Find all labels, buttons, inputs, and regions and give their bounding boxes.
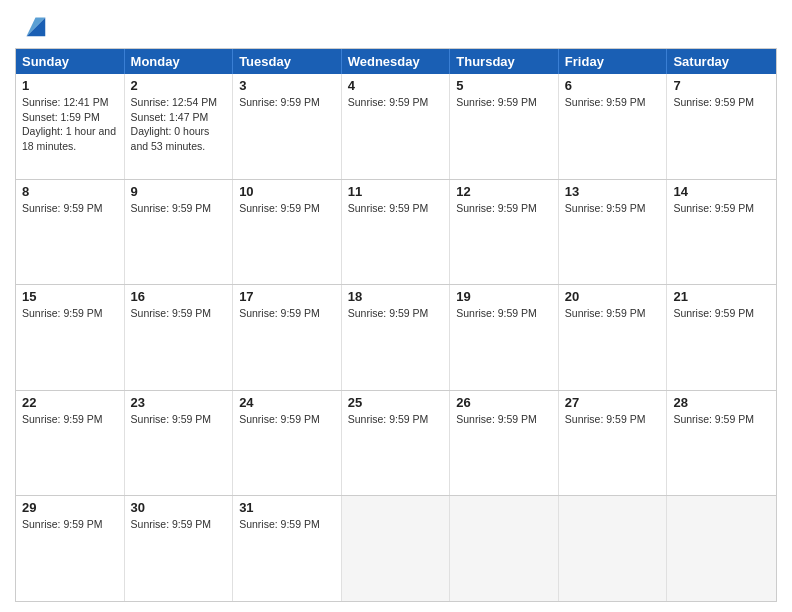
day-info: Sunrise: 9:59 PM (348, 412, 444, 427)
day-number: 2 (131, 78, 227, 93)
page: SundayMondayTuesdayWednesdayThursdayFrid… (0, 0, 792, 612)
logo-icon (19, 10, 49, 40)
day-number: 21 (673, 289, 770, 304)
calendar-day: 22Sunrise: 9:59 PM (16, 391, 125, 496)
calendar-header-cell: Monday (125, 49, 234, 74)
day-info: Sunrise: 9:59 PM (131, 517, 227, 532)
day-info: Sunrise: 9:59 PM (131, 412, 227, 427)
day-info: Sunrise: 9:59 PM (673, 412, 770, 427)
calendar-day: 14Sunrise: 9:59 PM (667, 180, 776, 285)
day-number: 4 (348, 78, 444, 93)
day-number: 9 (131, 184, 227, 199)
calendar: SundayMondayTuesdayWednesdayThursdayFrid… (15, 48, 777, 602)
calendar-header-row: SundayMondayTuesdayWednesdayThursdayFrid… (16, 49, 776, 74)
calendar-day: 26Sunrise: 9:59 PM (450, 391, 559, 496)
day-number: 26 (456, 395, 552, 410)
calendar-day: 7Sunrise: 9:59 PM (667, 74, 776, 179)
day-number: 25 (348, 395, 444, 410)
calendar-header-cell: Saturday (667, 49, 776, 74)
day-number: 14 (673, 184, 770, 199)
day-info: Sunrise: 9:59 PM (456, 201, 552, 216)
day-info: Sunrise: 9:59 PM (673, 201, 770, 216)
day-info: Sunrise: 9:59 PM (22, 517, 118, 532)
day-number: 13 (565, 184, 661, 199)
calendar-week: 22Sunrise: 9:59 PM23Sunrise: 9:59 PM24Su… (16, 390, 776, 496)
calendar-day: 16Sunrise: 9:59 PM (125, 285, 234, 390)
day-number: 18 (348, 289, 444, 304)
day-info: Sunrise: 9:59 PM (131, 306, 227, 321)
day-info: Sunrise: 9:59 PM (456, 412, 552, 427)
day-number: 7 (673, 78, 770, 93)
calendar-week: 1Sunrise: 12:41 PM Sunset: 1:59 PM Dayli… (16, 74, 776, 179)
calendar-day (342, 496, 451, 601)
calendar-day: 5Sunrise: 9:59 PM (450, 74, 559, 179)
day-number: 17 (239, 289, 335, 304)
day-number: 16 (131, 289, 227, 304)
calendar-day: 9Sunrise: 9:59 PM (125, 180, 234, 285)
day-info: Sunrise: 9:59 PM (239, 306, 335, 321)
day-info: Sunrise: 9:59 PM (348, 95, 444, 110)
day-info: Sunrise: 9:59 PM (22, 412, 118, 427)
calendar-week: 8Sunrise: 9:59 PM9Sunrise: 9:59 PM10Sunr… (16, 179, 776, 285)
day-info: Sunrise: 9:59 PM (456, 95, 552, 110)
day-info: Sunrise: 12:54 PM Sunset: 1:47 PM Daylig… (131, 95, 227, 154)
day-info: Sunrise: 9:59 PM (565, 412, 661, 427)
calendar-day: 21Sunrise: 9:59 PM (667, 285, 776, 390)
calendar-day: 31Sunrise: 9:59 PM (233, 496, 342, 601)
day-info: Sunrise: 9:59 PM (348, 306, 444, 321)
day-info: Sunrise: 9:59 PM (22, 201, 118, 216)
calendar-day: 6Sunrise: 9:59 PM (559, 74, 668, 179)
calendar-week: 29Sunrise: 9:59 PM30Sunrise: 9:59 PM31Su… (16, 495, 776, 601)
day-number: 30 (131, 500, 227, 515)
calendar-day: 17Sunrise: 9:59 PM (233, 285, 342, 390)
calendar-week: 15Sunrise: 9:59 PM16Sunrise: 9:59 PM17Su… (16, 284, 776, 390)
day-info: Sunrise: 9:59 PM (239, 517, 335, 532)
day-info: Sunrise: 9:59 PM (565, 306, 661, 321)
day-info: Sunrise: 9:59 PM (239, 95, 335, 110)
calendar-day: 2Sunrise: 12:54 PM Sunset: 1:47 PM Dayli… (125, 74, 234, 179)
day-info: Sunrise: 9:59 PM (565, 95, 661, 110)
calendar-day (559, 496, 668, 601)
calendar-day: 13Sunrise: 9:59 PM (559, 180, 668, 285)
calendar-day: 27Sunrise: 9:59 PM (559, 391, 668, 496)
calendar-day: 4Sunrise: 9:59 PM (342, 74, 451, 179)
calendar-day (667, 496, 776, 601)
calendar-day: 8Sunrise: 9:59 PM (16, 180, 125, 285)
day-number: 5 (456, 78, 552, 93)
day-info: Sunrise: 12:41 PM Sunset: 1:59 PM Daylig… (22, 95, 118, 154)
day-number: 31 (239, 500, 335, 515)
day-number: 20 (565, 289, 661, 304)
day-number: 1 (22, 78, 118, 93)
day-number: 22 (22, 395, 118, 410)
calendar-header-cell: Sunday (16, 49, 125, 74)
day-info: Sunrise: 9:59 PM (348, 201, 444, 216)
calendar-day: 28Sunrise: 9:59 PM (667, 391, 776, 496)
day-number: 24 (239, 395, 335, 410)
day-info: Sunrise: 9:59 PM (565, 201, 661, 216)
day-number: 3 (239, 78, 335, 93)
day-number: 29 (22, 500, 118, 515)
calendar-day: 11Sunrise: 9:59 PM (342, 180, 451, 285)
day-info: Sunrise: 9:59 PM (673, 306, 770, 321)
calendar-day: 1Sunrise: 12:41 PM Sunset: 1:59 PM Dayli… (16, 74, 125, 179)
day-info: Sunrise: 9:59 PM (456, 306, 552, 321)
calendar-header-cell: Tuesday (233, 49, 342, 74)
calendar-day: 30Sunrise: 9:59 PM (125, 496, 234, 601)
header (15, 10, 777, 40)
calendar-header-cell: Friday (559, 49, 668, 74)
day-number: 8 (22, 184, 118, 199)
calendar-header-cell: Thursday (450, 49, 559, 74)
day-number: 10 (239, 184, 335, 199)
calendar-day: 23Sunrise: 9:59 PM (125, 391, 234, 496)
day-info: Sunrise: 9:59 PM (673, 95, 770, 110)
calendar-day: 24Sunrise: 9:59 PM (233, 391, 342, 496)
calendar-day: 20Sunrise: 9:59 PM (559, 285, 668, 390)
day-number: 12 (456, 184, 552, 199)
calendar-day: 15Sunrise: 9:59 PM (16, 285, 125, 390)
calendar-day: 19Sunrise: 9:59 PM (450, 285, 559, 390)
calendar-day: 29Sunrise: 9:59 PM (16, 496, 125, 601)
day-number: 19 (456, 289, 552, 304)
logo (15, 10, 49, 40)
calendar-body: 1Sunrise: 12:41 PM Sunset: 1:59 PM Dayli… (16, 74, 776, 601)
day-number: 28 (673, 395, 770, 410)
